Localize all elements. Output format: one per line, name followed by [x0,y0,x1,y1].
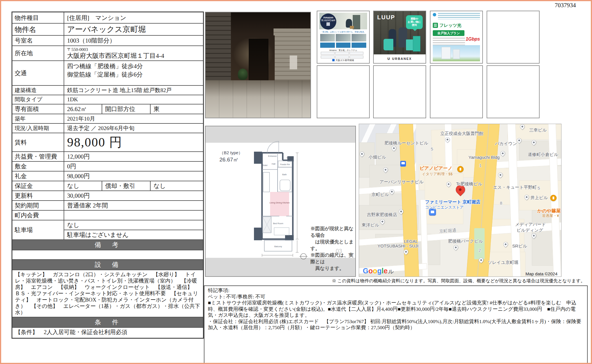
map-label: 立正佼成会大阪普門館 [440,131,483,136]
map-label: 小畑ビル [369,155,386,160]
map-label: メディアバード [515,222,546,227]
row-label: 契約期間 [12,201,64,210]
table-row: 敷金 0円 [12,162,203,171]
google-logo: Googleル [363,267,394,275]
thumbnail-flets-flyer: フレッツ光 全戸加入プラン 1Gbps [430,11,483,64]
row-label: 築年 [12,114,64,123]
row-sub-label: 償却・敷引 [102,181,151,190]
table-row: 礼金 98,000円 [12,171,203,181]
google-letter: o [368,267,373,275]
amazon-system-title: Amazon「置き配」のシステム [319,49,367,52]
row-value: 普通借家 2年間 [64,201,203,210]
map-label: Yamaguchi Bldg [468,155,500,160]
amazon-badge: Amazon 置き配対応物件 [320,14,336,30]
map-label: 井上ビル [530,195,548,201]
restaurant-pin-icon [550,195,557,201]
amazon-badge-line2: 置き配対応物件 [320,19,336,22]
map-number: 8 [500,201,502,205]
thumbnail-amazon-flyer: Amazon 置き配対応物件 「置き配」は家にいても留守の間でも、荷物を配達。 … [317,11,370,64]
thumbnail-empty [487,11,540,64]
table-row: 物件種目 [住居用] マンション [12,12,203,24]
row-label: 交通 [12,61,64,85]
map-number: 1 [479,163,481,168]
table-row: 町内会費 [12,211,203,220]
table-row: 所在地 〒550-0003 大阪府大阪市西区京町堀１丁目4-4 [12,46,203,61]
luup-charging-station [413,36,420,52]
luup-bubble-line: 便利 [406,24,423,27]
table-row: 専有面積 26.62㎡ 開口部方位 東 [12,104,203,114]
google-letter: o [373,267,377,275]
flets-logo-icon [433,23,438,28]
thumbnail-empty [487,65,540,118]
row-label: 賃料 [12,133,64,151]
postal-code: 〒550-0003 [67,47,88,52]
table-row: 号室名 1003（10階部分） [12,36,203,46]
flets-brand-row: フレッツ光 [433,22,480,29]
row-value: なし 駐車場はございません [64,220,203,239]
luup-logo: LUUP [377,14,395,21]
row-label: 間取タイプ [12,95,64,104]
special-remarks-box: 特記事項: ペット: 不可/事務所: 不可 ■ミストサウナ付浴室暖房乾燥機(ミス… [204,285,588,364]
row-value: 〒550-0003 大阪府大阪市西区京町堀１丁目4-4 [64,46,203,60]
map-label: ソレイユ京町堀 [488,260,518,265]
map-label: アーバンリサーチビル [380,179,424,185]
row-sub-label: 開口部方位 [102,104,151,114]
amazon-caption: 「置き配」は家にいても留守の間でも、荷物を配達。 [319,31,367,33]
amazon-footer-text: 大阪ガス都市開発 [335,59,354,62]
luup-scooter [384,39,393,50]
flets-building [441,47,451,59]
map-label-restaurant-sub: イタリア料理・$$ [422,171,453,177]
urbanex-footer: U URBANEX [374,54,426,63]
map-label-store: ファミリーマート 京町堀店 [425,199,481,205]
map-label: 吉野家肥後橋店 [367,212,397,218]
floorplan-note-line: 異なります。 [310,265,355,272]
row-value: 2021年10月 [64,114,203,123]
floorplan-note-line: は現状優先とします。 [310,239,355,252]
parking-note: 駐車場はございません [64,230,203,239]
map-label: ビルディング [517,228,543,233]
section-header-biko: 備 考 [12,240,203,250]
floorplan-note-line: ※図面が現状と異なる場合 [310,225,355,239]
thumbnail-luup: LUUP 通勤や お買い物に 便利 U URBANEX [373,11,426,64]
rent-value: 98,000 円 [64,133,203,151]
address: 大阪府大阪市西区京町堀１丁目4-4 [67,52,164,60]
map-label: 三幸ビル [529,127,547,133]
disclaimer-note: ※ この資料は物件の概略紹介資料になります。写真、間取図面、設備、概要などが現況… [309,278,585,284]
photo-plant [238,68,248,80]
access-line: 御堂筋線「淀屋橋」徒歩6分 [67,70,143,79]
map-attribution: Map data ©2024 [525,271,557,276]
parking-value: なし [64,220,203,230]
row-value: 四つ橋線「肥後橋」徒歩4分 御堂筋線「淀屋橋」徒歩6分 [64,61,203,85]
table-row: 駐車場 なし 駐車場はございません [12,220,203,240]
location-map[interactable]: 肥後橋ルーセントビル 小畑ビル 立正佼成会大阪普門館 三幸ビル バカイウン 道修… [359,124,561,277]
table-row: 契約期間 普通借家 2年間 [12,201,203,211]
flets-plan: 全戸加入プラン [433,30,464,36]
row-label: 保証金 [12,181,64,190]
table-row: 間取タイプ 1DK [12,95,203,104]
google-suffix: ル [388,268,394,275]
row-label: 駐車場 [12,220,64,239]
room-label-hall: Hall [272,163,276,165]
flets-building-photo [433,45,480,61]
table-row: 共益費・管理費 12,000円 [12,152,203,162]
row-label: 号室名 [12,36,64,45]
row-value: なし [64,181,102,190]
row-label: 所在地 [12,46,64,60]
table-row: 保証金 なし 償却・敷引 なし [12,181,203,191]
access-line: 四つ橋線「肥後橋」徒歩4分 [67,62,143,70]
map-label: バカイウン [495,141,517,146]
table-row: 交通 四つ橋線「肥後橋」徒歩4分 御堂筋線「淀屋橋」徒歩6分 [12,61,203,86]
map-number: 2 [479,248,481,253]
station-icon [400,161,406,167]
map-label: 東洋ビル [362,222,379,228]
row-label: 礼金 [12,171,64,181]
row-label: 専有面積 [12,104,64,114]
room-label-bedroom: Bed Room [273,222,283,225]
map-label-restaurant-sub: 居酒屋・¥ [542,213,559,218]
map-label-restaurant: ピアノピアーノ [420,165,452,171]
row-label: 物件名 [12,24,64,35]
luup-bubble-line: 通勤や [406,17,423,20]
row-value: 30,000円 [64,191,203,200]
row-label: 敷金 [12,162,64,171]
map-label: Tc肥後橋ビル [456,181,482,187]
